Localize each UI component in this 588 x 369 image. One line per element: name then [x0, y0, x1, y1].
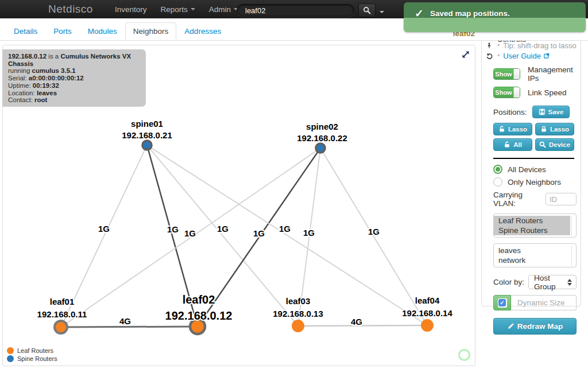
node-ip-leaf03: 192.168.0.13	[273, 309, 323, 318]
show-toggle[interactable]: Show	[493, 68, 520, 80]
edge-label-leaf01-leaf02: 4G	[119, 316, 131, 326]
edge-spine02-leaf04	[320, 148, 427, 325]
lock-open-icon	[498, 126, 505, 133]
app-brand[interactable]: Netdisco	[48, 3, 93, 15]
caret-down-icon	[380, 11, 384, 13]
tab-details[interactable]: Details	[6, 22, 45, 40]
user-guide-link[interactable]: User Guide	[503, 52, 550, 60]
radio-only-neighbors[interactable]: Only Neighbors	[493, 177, 577, 187]
radio-label: Only Neighbors	[508, 178, 561, 187]
check-icon: ✓	[415, 7, 424, 20]
neighbor-map-panel: 1G1G1G1G1G1G1G1G4G4Gspine01192.168.0.21s…	[2, 45, 475, 366]
search-area	[237, 3, 386, 18]
dynamic-size-row: ✓ Dynamic Size	[493, 295, 577, 310]
sidebar-tip-row: • Tip: shift-drag to lasso	[486, 40, 577, 51]
pin-icon[interactable]	[486, 42, 494, 49]
toast-notification: ✓ Saved map positions.	[404, 2, 586, 32]
node-name-leaf02: leaf02	[183, 293, 215, 306]
edge-label-spine01-leaf04: 1G	[279, 224, 291, 234]
toggle-on-label: Show	[494, 69, 513, 79]
list-item[interactable]: leaves	[494, 246, 570, 255]
edge-label-spine02-leaf02: 1G	[253, 228, 265, 238]
save-positions-button[interactable]: Save	[532, 106, 570, 118]
color-by-label: Color by:	[493, 278, 524, 286]
undo-icon[interactable]	[486, 52, 494, 60]
button-label: Lasso	[508, 126, 527, 133]
search-icon	[363, 6, 371, 14]
legend-item: Spine Routers	[7, 355, 57, 363]
tab-addresses[interactable]: Addresses	[176, 22, 229, 40]
node-leaf01[interactable]	[55, 321, 67, 333]
color-by-select[interactable]: Host Group	[528, 275, 577, 289]
resize-handle-ring[interactable]	[458, 349, 470, 361]
search-icon	[539, 141, 546, 148]
nav-item-inventory[interactable]: Inventory	[108, 5, 154, 14]
node-ip-spine01: 192.168.0.21	[122, 130, 172, 140]
dynamic-size-checkbox[interactable]: ✓	[493, 295, 511, 310]
edge-label-spine02-leaf03: 1G	[303, 228, 315, 238]
show-toggle[interactable]: Show	[493, 87, 520, 98]
edge-spine01-leaf03	[147, 145, 298, 326]
node-name-spine01: spine01	[131, 119, 163, 129]
button-label: All	[513, 141, 522, 148]
bullet: •	[497, 52, 500, 60]
toggle-on-label: Show	[494, 87, 513, 98]
node-spine01[interactable]	[142, 141, 152, 150]
node-name-leaf03: leaf03	[286, 296, 311, 306]
user-guide-text: User Guide	[503, 52, 541, 60]
search-options-caret[interactable]	[378, 3, 386, 18]
floppy-disk-icon	[539, 108, 546, 115]
lasso-button[interactable]: Lasso	[493, 123, 532, 135]
tooltip-line: Serial: a0:00:00:00:00:12	[8, 75, 140, 82]
search-input[interactable]	[237, 4, 354, 17]
caret-down-icon	[191, 8, 195, 10]
fullscreen-expand-icon[interactable]	[461, 49, 471, 60]
device-button[interactable]: Device	[535, 138, 574, 151]
node-name-leaf04: leaf04	[415, 296, 440, 305]
toggle-handle	[513, 69, 520, 79]
nav-item-label: Admin	[209, 5, 231, 14]
lasso-button[interactable]: Lasso	[535, 123, 574, 135]
show-toggle-row: ShowLink Speed	[493, 87, 577, 98]
search-button[interactable]	[358, 3, 376, 17]
all-button[interactable]: All	[493, 138, 532, 151]
positions-label: Positions:	[493, 108, 527, 116]
divider	[493, 158, 574, 159]
positions-row: Positions: Save	[493, 106, 577, 118]
redraw-map-button[interactable]: Redraw Map	[493, 318, 577, 335]
tooltip-line: 192.168.0.12 is a Cumulus Networks VX Ch…	[8, 53, 140, 67]
tooltip-line: Contact: root	[8, 96, 140, 104]
list-item[interactable]: Spine Routers	[494, 226, 570, 235]
nav-item-reports[interactable]: Reports	[153, 5, 202, 14]
list-item[interactable]: Leaf Routers	[494, 216, 570, 226]
vlan-row: Carrying VLAN:	[493, 191, 577, 208]
lock-closed-icon	[540, 126, 547, 133]
tab-modules[interactable]: Modules	[80, 22, 125, 40]
node-leaf04[interactable]	[421, 319, 434, 332]
radio-icon	[493, 177, 502, 187]
device-tooltip: 192.168.0.12 is a Cumulus Networks VX Ch…	[2, 49, 146, 107]
list-item[interactable]: network	[494, 255, 570, 265]
radio-label: All Devices	[508, 165, 546, 174]
vlan-input[interactable]	[546, 193, 577, 205]
save-label: Save	[548, 108, 564, 115]
legend-label: Leaf Routers	[17, 347, 53, 354]
map-legend: Leaf RoutersSpine Routers	[7, 347, 57, 363]
host-group-listbox: Leaf RoutersSpine Routers	[493, 213, 577, 238]
legend-label: Spine Routers	[17, 355, 57, 362]
radio-all-devices[interactable]: All Devices	[493, 165, 577, 174]
legend-item: Leaf Routers	[7, 347, 57, 355]
toggle-handle	[513, 87, 520, 98]
tab-ports[interactable]: Ports	[45, 22, 80, 40]
tab-neighbors[interactable]: Neighbors	[125, 22, 177, 40]
sidebar-guide-row: • User Guide	[486, 51, 577, 61]
show-toggle-row: ShowManagement IPs	[493, 65, 577, 83]
legend-dot-icon	[7, 355, 14, 362]
node-leaf03[interactable]	[292, 320, 304, 332]
bullet: •	[497, 41, 500, 49]
vlan-label: Carrying VLAN:	[493, 191, 541, 208]
show-toggles: ShowManagement IPsShowLink Speed	[493, 65, 577, 98]
node-ip-leaf04: 192.168.0.14	[402, 308, 452, 318]
dynamic-size-label: Dynamic Size	[511, 295, 577, 310]
node-spine02[interactable]	[316, 143, 325, 153]
